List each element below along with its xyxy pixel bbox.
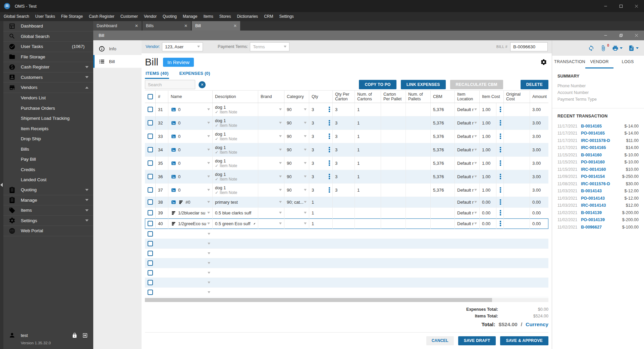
chevron-down-icon[interactable] bbox=[474, 135, 477, 137]
window-minimize-button[interactable] bbox=[598, 0, 613, 12]
item-location-cell[interactable]: Default r bbox=[455, 218, 480, 229]
tab-bill[interactable]: Bill✕ bbox=[192, 21, 240, 31]
item-location-cell[interactable]: Default r bbox=[455, 103, 480, 116]
sidebar-item-pay-bill[interactable]: Pay Bill bbox=[3, 154, 93, 165]
chevron-down-icon[interactable] bbox=[207, 212, 210, 214]
close-icon[interactable]: ✕ bbox=[233, 23, 237, 28]
row-checkbox[interactable] bbox=[148, 221, 153, 226]
item-name-cell[interactable]: 0 bbox=[168, 130, 213, 143]
brand-cell[interactable] bbox=[258, 116, 284, 130]
tab-expenses-0[interactable]: EXPENSES (0) bbox=[178, 69, 211, 79]
row-checkbox[interactable] bbox=[148, 94, 153, 99]
chevron-down-icon[interactable] bbox=[304, 212, 307, 214]
chevron-down-icon[interactable] bbox=[207, 189, 210, 191]
item-name-cell[interactable] bbox=[168, 278, 213, 287]
kebab-menu-icon[interactable] bbox=[329, 160, 330, 166]
menu-item-settings[interactable]: Settings bbox=[276, 12, 297, 21]
kebab-menu-icon[interactable] bbox=[500, 120, 501, 126]
scrollbar-thumb[interactable] bbox=[145, 298, 492, 302]
menu-item-file-storage[interactable]: File Storage bbox=[58, 12, 86, 21]
category-cell[interactable]: 90 bbox=[284, 130, 309, 143]
transaction-link[interactable]: B-0096627 bbox=[581, 225, 602, 230]
item-location-cell[interactable]: Default r bbox=[455, 170, 480, 183]
chevron-down-icon[interactable] bbox=[279, 149, 282, 151]
chevron-down-icon[interactable] bbox=[304, 222, 307, 225]
sidebar-item-vendors-list[interactable]: Vendors List bbox=[3, 93, 93, 103]
transaction-link[interactable]: IRC-0011576-D bbox=[581, 182, 610, 186]
collapse-arrow-icon[interactable] bbox=[0, 183, 3, 187]
chevron-down-icon[interactable] bbox=[279, 201, 282, 203]
kebab-menu-icon[interactable] bbox=[329, 187, 330, 193]
chevron-down-icon[interactable] bbox=[474, 201, 477, 203]
item-location-cell[interactable]: Default r bbox=[455, 208, 480, 218]
item-name-cell[interactable] bbox=[168, 268, 213, 278]
kebab-menu-icon[interactable] bbox=[329, 147, 330, 152]
chevron-down-icon[interactable] bbox=[304, 108, 307, 110]
chevron-down-icon[interactable] bbox=[208, 272, 210, 274]
save-approve-button[interactable]: SAVE & APPROVE bbox=[500, 336, 548, 345]
kebab-menu-icon[interactable] bbox=[329, 134, 330, 139]
row-checkbox[interactable] bbox=[148, 290, 153, 295]
refresh-button[interactable] bbox=[588, 45, 594, 51]
kebab-menu-icon[interactable] bbox=[500, 174, 501, 179]
chevron-down-icon[interactable] bbox=[207, 201, 210, 203]
item-name-cell[interactable]: 0 bbox=[168, 143, 213, 156]
transaction-link[interactable]: PO-0014154 bbox=[581, 174, 605, 179]
brand-cell[interactable] bbox=[258, 184, 284, 197]
sidebar-item-drop-ship[interactable]: Drop Ship bbox=[3, 134, 93, 144]
row-checkbox[interactable] bbox=[148, 107, 153, 112]
item-name-cell[interactable] bbox=[168, 258, 213, 268]
sidebar-collapse-strip[interactable] bbox=[0, 21, 3, 349]
item-name-cell[interactable]: 0 bbox=[168, 184, 213, 197]
menu-item-quoting[interactable]: Quoting bbox=[160, 12, 180, 21]
tab-vendor[interactable]: VENDOR bbox=[585, 56, 614, 68]
clear-search-button[interactable]: ✕ bbox=[199, 81, 206, 88]
menu-item-crm[interactable]: CRM bbox=[261, 12, 276, 21]
transaction-link[interactable]: B-0014165 bbox=[581, 124, 602, 129]
transaction-link[interactable]: PO-0014165 bbox=[581, 131, 605, 136]
chevron-down-icon[interactable] bbox=[304, 135, 307, 137]
export-button[interactable] bbox=[628, 45, 639, 51]
menu-item-manage[interactable]: Manage bbox=[180, 12, 200, 21]
row-checkbox[interactable] bbox=[148, 134, 153, 139]
link-expenses-button[interactable]: LINK EXPENSES bbox=[401, 80, 446, 89]
chevron-down-icon[interactable] bbox=[279, 122, 282, 124]
category-cell[interactable] bbox=[284, 218, 309, 229]
transaction-link[interactable]: B-0014160 bbox=[581, 153, 602, 157]
sidebar-item-user-tasks[interactable]: User Tasks(1067) bbox=[3, 42, 93, 52]
save-draft-button[interactable]: SAVE DRAFT bbox=[458, 336, 496, 345]
sidebar-item-item-receipts[interactable]: Item Receipts bbox=[3, 123, 93, 134]
menu-item-dictionaries[interactable]: Dictionaries bbox=[234, 12, 261, 21]
kebab-menu-icon[interactable] bbox=[500, 187, 501, 193]
gear-icon[interactable] bbox=[540, 59, 547, 65]
row-checkbox[interactable] bbox=[148, 199, 153, 205]
print-button[interactable] bbox=[612, 45, 623, 51]
search-input[interactable] bbox=[145, 80, 195, 89]
kebab-menu-icon[interactable] bbox=[500, 210, 501, 215]
chevron-down-icon[interactable] bbox=[304, 162, 307, 164]
chevron-down-icon[interactable] bbox=[474, 149, 477, 151]
row-checkbox[interactable] bbox=[148, 160, 153, 166]
bill-restore-button[interactable] bbox=[613, 31, 629, 40]
item-name-cell[interactable]: 0 bbox=[168, 157, 213, 170]
chevron-down-icon[interactable] bbox=[279, 222, 282, 225]
item-location-cell[interactable]: Default r bbox=[455, 184, 480, 197]
chevron-down-icon[interactable] bbox=[207, 108, 210, 110]
horizontal-scrollbar[interactable] bbox=[145, 298, 548, 302]
sidebar-item-quoting[interactable]: Quoting bbox=[3, 185, 93, 195]
chevron-down-icon[interactable] bbox=[279, 162, 282, 164]
chevron-down-icon[interactable] bbox=[279, 189, 282, 191]
transaction-link[interactable]: IRC-0014165 bbox=[581, 145, 606, 150]
chevron-down-icon[interactable] bbox=[208, 243, 210, 245]
chevron-down-icon[interactable] bbox=[208, 262, 210, 264]
tab-transaction[interactable]: TRANSACTION bbox=[554, 56, 585, 68]
category-cell[interactable]: 90 bbox=[284, 143, 309, 156]
category-cell[interactable]: 90 bbox=[284, 170, 309, 183]
sidebar-item-file-storage[interactable]: File Storage bbox=[3, 52, 93, 62]
sidebar-item-customers[interactable]: Customers bbox=[3, 72, 93, 83]
sidebar-item-manage[interactable]: Manage bbox=[3, 195, 93, 206]
kebab-menu-icon[interactable] bbox=[500, 221, 501, 226]
item-name-cell[interactable] bbox=[168, 249, 213, 258]
chevron-down-icon[interactable] bbox=[474, 108, 477, 110]
chevron-down-icon[interactable] bbox=[279, 108, 282, 110]
